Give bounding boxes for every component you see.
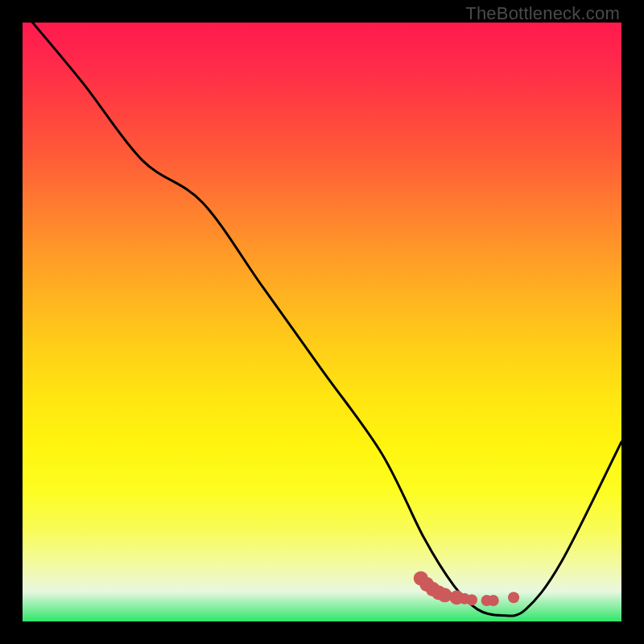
highlight-dots-group: [414, 571, 519, 606]
highlight-dot: [466, 594, 477, 605]
watermark: TheBottleneck.com: [465, 3, 620, 24]
main-curve-path: [23, 23, 621, 616]
highlight-dot: [508, 592, 519, 603]
highlight-dot: [488, 595, 499, 606]
chart-plot-area: [23, 23, 621, 621]
chart-svg: [23, 23, 621, 621]
highlight-dot: [438, 588, 452, 602]
